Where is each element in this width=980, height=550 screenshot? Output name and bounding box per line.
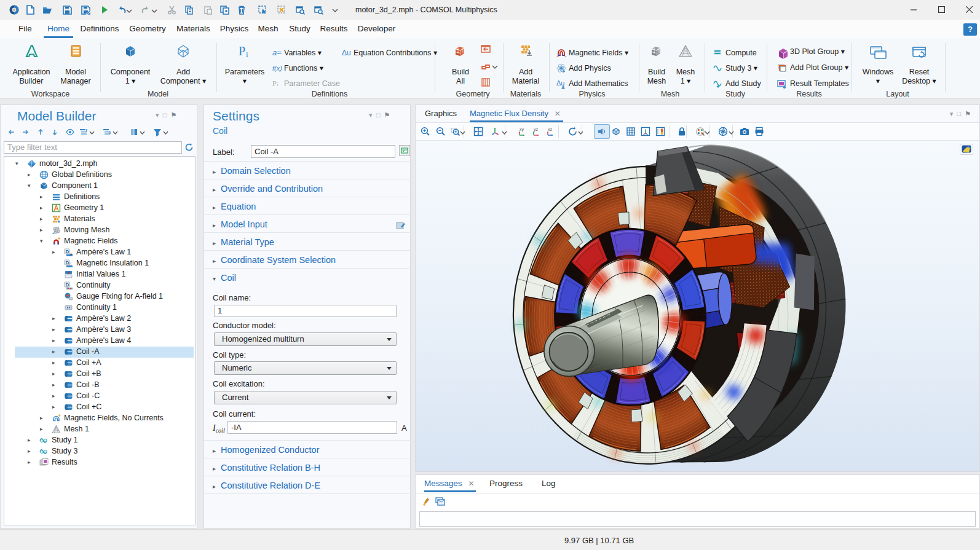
svg-text:xz: xz [548, 127, 553, 132]
svg-text:yz: yz [534, 127, 539, 132]
svg-text:xy: xy [520, 127, 524, 132]
svg-text:i: i [246, 50, 248, 58]
svg-text:P: P [239, 44, 245, 58]
svg-text:+: + [556, 53, 559, 58]
svg-text:D: D [66, 282, 69, 288]
svg-text:a=: a= [272, 48, 282, 57]
svg-text:△: △ [69, 262, 72, 265]
svg-text:D: D [66, 249, 69, 254]
svg-text:f(x): f(x) [272, 65, 282, 72]
svg-text:Δu: Δu [342, 49, 351, 57]
svg-text:−: − [564, 53, 566, 58]
svg-text:Pi: Pi [272, 79, 279, 88]
